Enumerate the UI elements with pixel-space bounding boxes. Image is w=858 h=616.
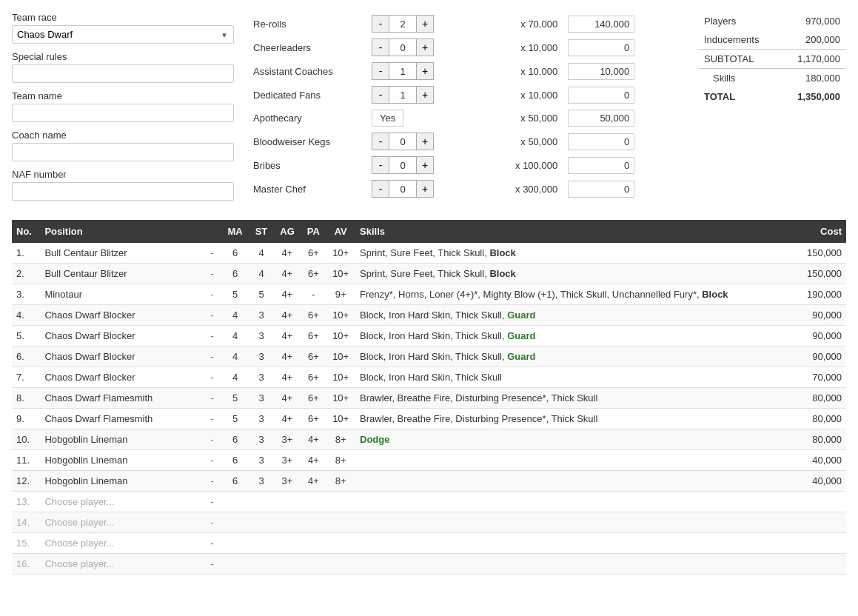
row-dash[interactable]: -	[203, 326, 221, 346]
row-st: 3	[249, 471, 273, 492]
row-dash-btn[interactable]: -	[207, 351, 216, 362]
row-dash[interactable]: -	[203, 367, 221, 388]
row-no: 13.	[12, 492, 40, 512]
increment-btn-5[interactable]: +	[416, 133, 434, 150]
row-dash-btn[interactable]: -	[207, 475, 216, 486]
special-rules-input[interactable]: Badlands Brawl, Favoured of Hashnut	[12, 64, 234, 83]
row-dash[interactable]: -	[203, 284, 221, 305]
decrement-btn-5[interactable]: -	[372, 133, 389, 150]
row-dash[interactable]: -	[203, 512, 221, 533]
row-dash-btn[interactable]: -	[207, 372, 216, 383]
row-dash[interactable]: -	[203, 533, 221, 554]
increment-btn-7[interactable]: +	[416, 180, 434, 198]
row-av: 10+	[326, 388, 355, 409]
row-dash-btn[interactable]: -	[207, 289, 216, 300]
team-race-label: Team race	[12, 12, 234, 23]
row-pa: -	[301, 284, 326, 305]
decrement-btn-2[interactable]: -	[372, 62, 389, 80]
player-position: Chaos Dwarf Flamesmith	[44, 413, 153, 424]
row-dash[interactable]: -	[203, 429, 221, 450]
row-dash-btn[interactable]: -	[207, 496, 216, 507]
row-ma	[221, 512, 249, 533]
row-dash[interactable]: -	[203, 243, 221, 264]
row-dash[interactable]: -	[203, 492, 221, 512]
increment-btn-1[interactable]: +	[416, 38, 434, 56]
row-ag: 4+	[274, 367, 301, 388]
team-name-input[interactable]	[12, 104, 234, 122]
inducement-ctrl-5[interactable]: - 0 +	[367, 130, 480, 153]
player-position: Chaos Dwarf Blocker	[44, 372, 135, 383]
inducement-ctrl-7[interactable]: - 0 +	[367, 177, 480, 201]
row-dash-btn[interactable]: -	[207, 309, 216, 321]
increment-btn-0[interactable]: +	[416, 15, 434, 33]
inducement-ctrl-0[interactable]: - 2 +	[367, 12, 480, 36]
row-dash[interactable]: -	[203, 554, 221, 575]
row-av: 8+	[326, 471, 355, 492]
row-skills	[355, 533, 795, 554]
row-dash-btn[interactable]: -	[207, 247, 216, 258]
row-position: Hobgoblin Lineman	[40, 471, 203, 492]
players-value: 970,000	[780, 12, 846, 30]
qty-display-5: 0	[389, 133, 416, 150]
inducement-value-2: 10,000	[563, 59, 683, 83]
row-ma: 4	[221, 367, 249, 388]
row-ma: 6	[221, 243, 249, 264]
inducement-label-2: Assistant Coaches	[249, 59, 367, 83]
increment-btn-6[interactable]: +	[416, 156, 434, 174]
total-value: 1,350,000	[780, 87, 846, 106]
row-dash-btn[interactable]: -	[207, 455, 216, 466]
row-st: 5	[249, 284, 273, 305]
row-dash[interactable]: -	[203, 450, 221, 471]
decrement-btn-6[interactable]: -	[372, 156, 389, 174]
inducement-value-4: 50,000	[563, 107, 683, 130]
row-dash-btn[interactable]: -	[207, 413, 216, 424]
inducement-ctrl-2[interactable]: - 1 +	[367, 59, 480, 83]
decrement-btn-7[interactable]: -	[372, 180, 389, 198]
row-cost: 150,000	[795, 243, 846, 264]
row-skills: Brawler, Breathe Fire, Disturbing Presen…	[355, 409, 795, 429]
row-dash-btn[interactable]: -	[207, 268, 216, 279]
row-dash[interactable]: -	[203, 305, 221, 326]
row-dash-btn[interactable]: -	[207, 558, 216, 569]
row-dash[interactable]: -	[203, 388, 221, 409]
skill-green: Guard	[507, 309, 535, 321]
decrement-btn-1[interactable]: -	[372, 38, 389, 56]
naf-number-input[interactable]	[12, 182, 234, 201]
row-dash-btn[interactable]: -	[207, 330, 216, 341]
decrement-btn-3[interactable]: -	[372, 86, 389, 104]
col-no: No.	[12, 220, 40, 243]
inducement-ctrl-3[interactable]: - 1 +	[367, 83, 480, 107]
col-av: AV	[326, 220, 355, 243]
row-no: 12.	[12, 471, 40, 492]
row-st	[249, 533, 273, 554]
row-no: 2.	[12, 264, 40, 284]
inducement-ctrl-4[interactable]: Yes	[367, 107, 480, 130]
inducement-value-0: 140,000	[563, 12, 683, 36]
row-no: 15.	[12, 533, 40, 554]
row-dash-btn[interactable]: -	[207, 392, 216, 404]
decrement-btn-0[interactable]: -	[372, 15, 389, 33]
row-dash-btn[interactable]: -	[207, 538, 216, 549]
row-dash[interactable]: -	[203, 471, 221, 492]
skill-green: Dodge	[360, 434, 389, 445]
row-ag: 4+	[274, 284, 301, 305]
row-st: 4	[249, 243, 273, 264]
row-dash-btn[interactable]: -	[207, 434, 216, 445]
inducement-ctrl-1[interactable]: - 0 +	[367, 36, 480, 59]
row-av	[326, 512, 355, 533]
row-dash[interactable]: -	[203, 264, 221, 284]
coach-name-input[interactable]	[12, 143, 234, 161]
row-no: 3.	[12, 284, 40, 305]
inducement-ctrl-6[interactable]: - 0 +	[367, 153, 480, 177]
row-ag	[274, 512, 301, 533]
row-dash[interactable]: -	[203, 346, 221, 367]
increment-btn-2[interactable]: +	[416, 62, 434, 80]
row-dash[interactable]: -	[203, 409, 221, 429]
increment-btn-3[interactable]: +	[416, 86, 434, 104]
subtotal-label: SUBTOTAL	[698, 50, 780, 69]
coach-name-label: Coach name	[12, 130, 234, 141]
row-dash-btn[interactable]: -	[207, 517, 216, 528]
row-no: 4.	[12, 305, 40, 326]
row-no: 11.	[12, 450, 40, 471]
team-race-select[interactable]: Chaos Dwarf	[12, 25, 234, 44]
